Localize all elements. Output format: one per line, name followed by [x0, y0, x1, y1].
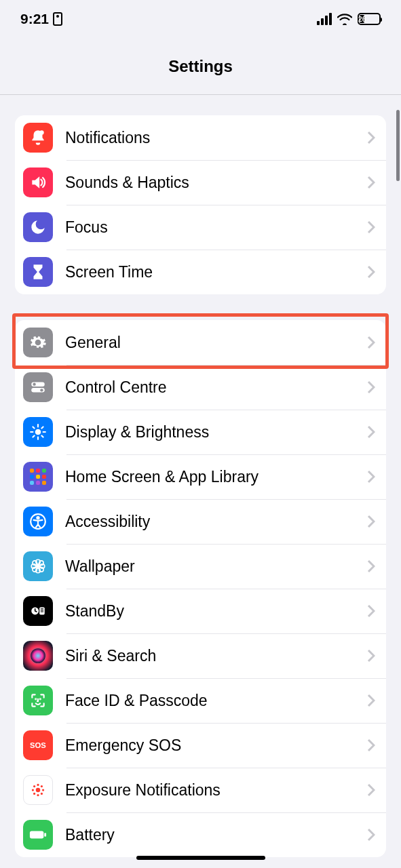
settings-row-label: Emergency SOS — [65, 736, 367, 755]
settings-row-home-screen[interactable]: Home Screen & App Library — [15, 454, 386, 499]
settings-row-label: Face ID & Passcode — [65, 692, 367, 710]
settings-row-label: Accessibility — [65, 513, 367, 531]
siri-icon — [23, 641, 53, 671]
settings-row-screen-time[interactable]: Screen Time — [15, 250, 386, 294]
battery-percent: 26 — [358, 16, 366, 23]
exposure-icon — [23, 775, 53, 805]
scroll-indicator[interactable] — [396, 110, 400, 181]
cellular-signal-icon — [317, 13, 332, 25]
svg-rect-43 — [30, 831, 43, 838]
home-indicator[interactable] — [136, 856, 265, 860]
svg-point-37 — [32, 789, 34, 791]
chevron-right-icon — [367, 738, 375, 752]
standby-icon — [23, 596, 53, 626]
moon-icon — [23, 212, 53, 242]
settings-row-face-id[interactable]: Face ID & Passcode — [15, 678, 386, 723]
settings-row-label: Wallpaper — [65, 557, 367, 576]
hourglass-icon — [23, 257, 53, 287]
settings-row-general[interactable]: General — [15, 320, 386, 365]
settings-group: GeneralControl CentreDisplay & Brightnes… — [15, 320, 386, 857]
settings-row-standby[interactable]: StandBy — [15, 589, 386, 633]
chevron-right-icon — [367, 559, 375, 573]
svg-point-35 — [37, 784, 39, 786]
flower-icon — [23, 551, 53, 581]
svg-point-15 — [37, 517, 39, 519]
svg-line-12 — [33, 435, 34, 437]
chevron-right-icon — [367, 828, 375, 842]
switches-icon — [23, 372, 53, 402]
settings-row-label: StandBy — [65, 602, 367, 620]
settings-row-label: Display & Brightness — [65, 423, 367, 441]
settings-row-display-brightness[interactable]: Display & Brightness — [15, 410, 386, 454]
page-title: Settings — [168, 57, 233, 76]
chevron-right-icon — [367, 604, 375, 618]
chevron-right-icon — [367, 336, 375, 349]
settings-row-accessibility[interactable]: Accessibility — [15, 499, 386, 544]
chevron-right-icon — [367, 694, 375, 707]
settings-row-label: Control Centre — [65, 378, 367, 397]
battery-indicator: 26 — [358, 13, 381, 25]
accessibility-icon — [23, 507, 53, 536]
settings-list: NotificationsSounds & HapticsFocusScreen… — [0, 95, 401, 857]
svg-point-36 — [37, 794, 39, 796]
settings-group: NotificationsSounds & HapticsFocusScreen… — [15, 115, 386, 294]
settings-row-battery[interactable]: Battery — [15, 812, 386, 857]
svg-point-34 — [36, 788, 41, 793]
svg-line-10 — [33, 427, 34, 428]
settings-row-label: Siri & Search — [65, 647, 367, 665]
settings-row-label: Focus — [65, 218, 367, 237]
settings-row-label: Battery — [65, 826, 367, 844]
settings-row-label: Exposure Notifications — [65, 781, 367, 800]
svg-point-40 — [41, 793, 43, 795]
chevron-right-icon — [367, 220, 375, 234]
speaker-icon — [23, 167, 53, 197]
chevron-right-icon — [367, 515, 375, 528]
bell-icon — [23, 123, 53, 153]
chevron-right-icon — [367, 131, 375, 144]
wifi-icon — [337, 13, 352, 25]
settings-row-label: Notifications — [65, 129, 367, 147]
chevron-right-icon — [367, 783, 375, 797]
svg-text:SOS: SOS — [30, 741, 46, 749]
settings-row-focus[interactable]: Focus — [15, 205, 386, 250]
settings-row-control-centre[interactable]: Control Centre — [15, 365, 386, 410]
svg-point-0 — [39, 130, 43, 135]
settings-row-label: Home Screen & App Library — [65, 468, 367, 486]
status-bar: 9:21 26 — [0, 0, 401, 38]
gear-icon — [23, 328, 53, 357]
settings-row-emergency-sos[interactable]: SOSEmergency SOS — [15, 723, 386, 768]
svg-point-4 — [40, 389, 43, 391]
svg-point-2 — [33, 383, 35, 386]
svg-point-5 — [35, 429, 41, 435]
svg-point-38 — [42, 789, 44, 791]
svg-point-32 — [40, 698, 41, 699]
svg-point-31 — [35, 698, 36, 699]
svg-rect-26 — [39, 608, 45, 615]
chevron-right-icon — [367, 380, 375, 394]
svg-rect-44 — [44, 833, 46, 837]
svg-point-39 — [33, 785, 35, 787]
status-time-area: 9:21 — [20, 11, 62, 27]
settings-row-wallpaper[interactable]: Wallpaper — [15, 544, 386, 589]
chevron-right-icon — [367, 470, 375, 484]
svg-line-11 — [41, 435, 43, 437]
settings-row-siri-search[interactable]: Siri & Search — [15, 633, 386, 678]
nav-header: Settings — [0, 38, 401, 95]
settings-row-notifications[interactable]: Notifications — [15, 115, 386, 160]
sos-icon: SOS — [23, 730, 53, 760]
svg-point-42 — [41, 785, 43, 787]
settings-row-exposure-notifications[interactable]: Exposure Notifications — [15, 768, 386, 812]
battery-icon — [23, 820, 53, 850]
svg-line-13 — [41, 427, 43, 428]
svg-point-30 — [31, 648, 45, 663]
settings-row-label: Sounds & Haptics — [65, 174, 367, 192]
settings-row-label: Screen Time — [65, 263, 367, 281]
chevron-right-icon — [367, 649, 375, 663]
settings-row-sounds-haptics[interactable]: Sounds & Haptics — [15, 160, 386, 205]
svg-point-41 — [33, 793, 35, 795]
settings-row-label: General — [65, 334, 367, 352]
grid-icon — [23, 462, 53, 492]
status-time: 9:21 — [20, 11, 49, 27]
orientation-lock-icon — [53, 12, 62, 26]
chevron-right-icon — [367, 176, 375, 189]
